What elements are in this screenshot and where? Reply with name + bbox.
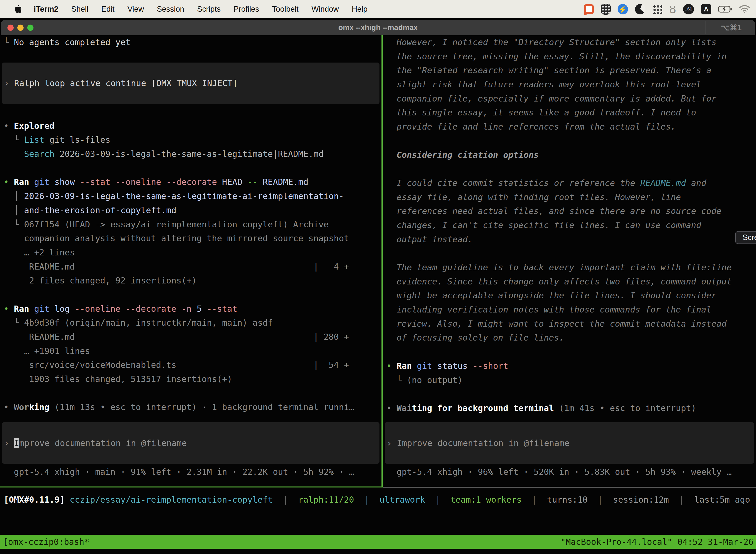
terminal-line: companion file, especially if more comme… xyxy=(383,92,756,106)
tmux-status-bar: [omx-cczip0:bash* "MacBook-Pro-44.local"… xyxy=(0,535,756,549)
terminal-line: 1903 files changed, 513517 insertions(+) xyxy=(0,372,381,386)
status-tray: ⚡ ȣ ..61 A xyxy=(584,0,750,18)
agents-status-lines: └ No agents completed yet xyxy=(0,35,381,49)
apple-logo-icon xyxy=(14,5,21,14)
terminal-line: │ and-the-erosion-of-copyleft.md xyxy=(0,203,381,217)
terminal-line: │ 2026-03-09-is-legal-the-same-as-legiti… xyxy=(0,189,381,203)
screen-recording-icon[interactable] xyxy=(584,4,594,14)
tmux-window-list[interactable]: [omx-cczip0:bash* xyxy=(3,537,89,547)
terminal-line: └ (no output) xyxy=(383,373,756,387)
prompt-chevron-icon: › xyxy=(387,438,397,448)
menu-item-view[interactable]: View xyxy=(127,5,144,14)
omx-status-bar: [OMX#0.11.9] cczip/essay/ai-reimplementa… xyxy=(0,493,756,507)
blue-bolt-icon[interactable]: ⚡ xyxy=(618,4,628,14)
pane-border-bottom-left xyxy=(0,487,381,488)
tooltip-label: Scre xyxy=(743,233,756,242)
screen-tooltip: Scre xyxy=(735,231,756,244)
terminal-line: the "Related research writing" section i… xyxy=(383,63,756,77)
tmux-pane-right[interactable]: However, I noticed the "Directory Struct… xyxy=(383,35,756,487)
wifi-icon[interactable] xyxy=(739,5,750,13)
window-shortcut-badge: ⌥⌘1 xyxy=(721,20,742,35)
prompt-input-right[interactable]: › Improve documentation in @filename xyxy=(385,422,754,464)
window-title-bar: omx --xhigh --madmax ⌥⌘1 xyxy=(1,20,755,35)
tmux-pane-left[interactable]: └ No agents completed yet › Ralph loop a… xyxy=(0,35,381,487)
menu-item-help[interactable]: Help xyxy=(352,5,368,14)
prompt-chevron-icon: › xyxy=(4,438,14,448)
terminal-line: the source tree, missing the essay. Stil… xyxy=(383,49,756,63)
pie-chart-icon[interactable] xyxy=(635,4,645,14)
terminal-line: references need actual files, and since … xyxy=(383,204,756,218)
agent-transcript-right: However, I noticed the "Directory Struct… xyxy=(383,35,756,415)
terminal-line: └ 067f154 (HEAD -> essay/ai-reimplementa… xyxy=(0,217,381,232)
titlebar-divider xyxy=(705,21,706,34)
menu-item-session[interactable]: Session xyxy=(157,5,184,14)
menu-item-iterm2[interactable]: iTerm2 xyxy=(34,5,58,14)
prompt-input-left[interactable]: › Improve documentation in @filename xyxy=(2,422,379,464)
terminal-line: slight risk that future readers may over… xyxy=(383,77,756,92)
terminal-line: output instead. xyxy=(383,232,756,246)
input-text: Improve documentation in @filename xyxy=(397,438,569,448)
terminal-line: The team guideline is to back every impo… xyxy=(383,260,756,275)
terminal-line xyxy=(383,162,756,176)
terminal-line: • Working (11m 13s • esc to interrupt) ·… xyxy=(0,400,381,414)
terminal-content: └ No agents completed yet › Ralph loop a… xyxy=(0,35,756,554)
terminal-line: Search 2026-03-09-is-legal-the-same-as-l… xyxy=(0,147,381,161)
squiggle-icon[interactable]: ȣ xyxy=(669,4,676,14)
tmux-host-clock: "MacBook-Pro-44.local" 04:52 31-Mar-26 xyxy=(561,537,754,547)
pane-border-bottom-right xyxy=(383,487,756,488)
terminal-line: 2 files changed, 92 insertions(+) xyxy=(0,274,381,288)
model-status-left: gpt-5.4 xhigh · main · 91% left · 2.31M … xyxy=(0,465,381,479)
terminal-line: essay file, along with finding root file… xyxy=(383,190,756,204)
terminal-line: • Waiting for background terminal (1m 41… xyxy=(383,401,756,415)
terminal-line xyxy=(0,161,381,175)
terminal-line: of focusing solely on file lines. xyxy=(383,331,756,345)
terminal-line: review. Also, I might want to inspect th… xyxy=(383,317,756,331)
terminal-line: └ List git ls-files xyxy=(0,133,381,147)
terminal-line xyxy=(383,246,756,260)
menu-item-shell[interactable]: Shell xyxy=(71,5,88,14)
inject-line: › Ralph loop active continue [OMX_TMUX_I… xyxy=(2,78,238,88)
terminal-line xyxy=(383,134,756,148)
terminal-line: • Ran git log --oneline --decorate -n 5 … xyxy=(0,302,381,316)
terminal-line: … +1901 lines xyxy=(0,344,381,358)
terminal-line: might be acceptable alongside the file l… xyxy=(383,288,756,302)
terminal-line: I could cite commit statistics or refere… xyxy=(383,176,756,190)
menu-item-edit[interactable]: Edit xyxy=(101,5,114,14)
terminal-line: Considering citation options xyxy=(383,148,756,162)
screen: { "menu_bar": { "items": ["iTerm2", "She… xyxy=(0,0,756,554)
dots-grid-icon[interactable] xyxy=(652,4,662,14)
menu-items: iTerm2ShellEditViewSessionScriptsProfile… xyxy=(34,5,368,14)
shield-grid-icon[interactable] xyxy=(601,4,611,15)
percent-badge-icon[interactable]: ..61 xyxy=(683,4,694,14)
agent-transcript-left: • Explored └ List git ls-files Search 20… xyxy=(0,119,381,414)
right-pane-bottom: › Improve documentation in @filename gpt… xyxy=(383,422,756,487)
terminal-line: However, I noticed the "Directory Struct… xyxy=(383,35,756,49)
terminal-line: provide file and line references from th… xyxy=(383,120,756,134)
terminal-line: companion analysis without altering the … xyxy=(0,231,381,245)
window-title: omx --xhigh --madmax xyxy=(1,20,755,35)
battery-icon[interactable] xyxy=(718,6,732,13)
terminal-line: changes, I can't cite specific file line… xyxy=(383,218,756,232)
terminal-line: └ 4b9d30f (origin/main, instructkr/main,… xyxy=(0,316,381,330)
terminal-line: • Ran git status --short xyxy=(383,359,756,373)
terminal-line: this single essay, it seems like a good … xyxy=(383,106,756,120)
menu-item-scripts[interactable]: Scripts xyxy=(197,5,221,14)
left-pane-bottom: › Improve documentation in @filename gpt… xyxy=(0,422,381,487)
menu-item-toolbelt[interactable]: Toolbelt xyxy=(272,5,299,14)
menu-item-profiles[interactable]: Profiles xyxy=(233,5,259,14)
terminal-line: src/voice/voiceModeEnabled.ts | 54 + xyxy=(0,358,381,372)
inject-banner: › Ralph loop active continue [OMX_TMUX_I… xyxy=(2,63,379,104)
terminal-line: • Ran git show --stat --oneline --decora… xyxy=(0,175,381,189)
terminal-line: … +2 lines xyxy=(0,245,381,260)
terminal-line: README.md | 280 + xyxy=(0,330,381,344)
keyboard-layout-icon[interactable]: A xyxy=(701,4,711,14)
terminal-line xyxy=(0,288,381,302)
terminal-line: README.md | 4 + xyxy=(0,260,381,274)
terminal-line xyxy=(0,386,381,400)
terminal-line: └ No agents completed yet xyxy=(0,35,381,49)
text-cursor: I xyxy=(14,438,19,448)
terminal-line xyxy=(383,387,756,401)
menu-item-window[interactable]: Window xyxy=(312,5,339,14)
terminal-line: including verification notes with those … xyxy=(383,302,756,317)
apple-menu[interactable] xyxy=(14,4,22,14)
